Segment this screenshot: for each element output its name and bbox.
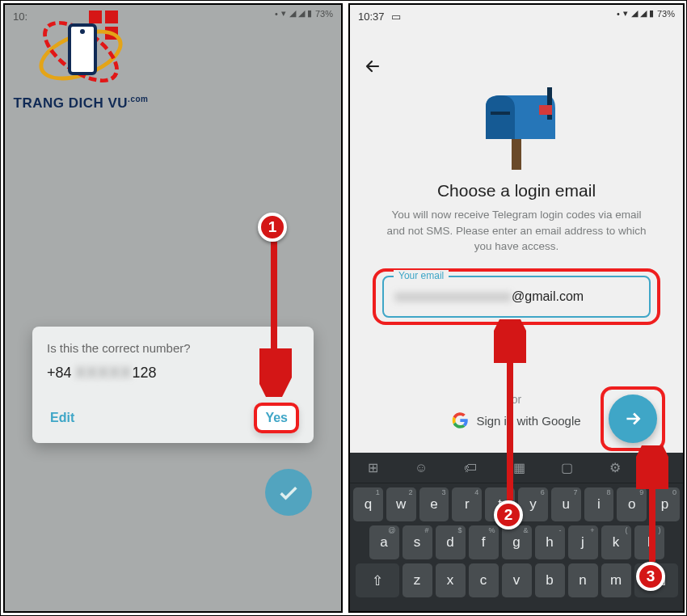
sticker-icon[interactable]: 🏷 (464, 461, 477, 475)
key[interactable]: &g (502, 525, 532, 559)
annotation-arrow-3 (636, 445, 668, 565)
check-icon (277, 481, 300, 504)
next-button-highlight (601, 386, 665, 451)
key[interactable]: (k (601, 525, 631, 559)
key[interactable]: 3e (419, 487, 449, 521)
key[interactable]: c (469, 563, 499, 597)
back-button[interactable] (363, 57, 382, 81)
key[interactable]: 7u (551, 487, 581, 521)
arrow-right-icon (622, 408, 643, 429)
svg-rect-3 (539, 105, 552, 115)
status-icons: • ▾ ◢ ◢ ▮ 73% (617, 8, 675, 19)
key[interactable]: 2w (386, 487, 416, 521)
email-input-highlight: Your email xxxxxxxxxxxxxxxx@gmail.com (373, 268, 660, 325)
status-time: 10:37 (358, 11, 385, 23)
key[interactable]: 8i (584, 487, 614, 521)
key[interactable]: +j (568, 525, 598, 559)
annotation-arrow-2 (494, 319, 526, 505)
shift-key[interactable]: ⇧ (356, 563, 399, 597)
annotation-badge-2: 2 (494, 500, 523, 530)
yes-button[interactable]: Yes (254, 403, 299, 433)
grid-icon[interactable]: ⊞ (368, 460, 378, 475)
annotation-badge-1: 1 (258, 213, 287, 242)
mailbox-illustration (468, 81, 565, 181)
email-field[interactable]: Your email xxxxxxxxxxxxxxxx@gmail.com (382, 276, 651, 318)
watermark-logo: TRANG DICH VU.com (12, 6, 150, 112)
smile-icon[interactable]: ☺ (415, 461, 428, 475)
key[interactable]: @a (369, 525, 399, 559)
clipboard-icon[interactable]: ▢ (561, 460, 573, 475)
page-subtitle: You will now receive Telegram login code… (384, 207, 649, 255)
google-icon (452, 412, 468, 428)
page-title: Choose a login email (350, 181, 683, 200)
svg-rect-1 (491, 112, 510, 115)
annotation-arrow-1 (259, 242, 292, 397)
annotation-badge-3: 3 (636, 562, 665, 591)
status-bar: 10:37 ▭ • ▾ ◢ ◢ ▮ 73% (350, 5, 683, 27)
confirm-fab[interactable] (265, 469, 312, 516)
status-icons: • ▾ ◢ ◢ ▮ 73% (275, 8, 333, 19)
keyboard-row-3: ⇧ z x c v b n m ⌫ (350, 559, 683, 597)
key[interactable]: z (403, 563, 432, 597)
key[interactable]: #s (403, 525, 432, 559)
input-label: Your email (394, 270, 449, 281)
edit-button[interactable]: Edit (47, 406, 78, 430)
google-signin-label: Sign in with Google (476, 414, 580, 428)
key[interactable]: b (535, 563, 565, 597)
key[interactable]: n (568, 563, 598, 597)
next-button[interactable] (609, 394, 657, 443)
logo-text: TRANG DICH VU.com (12, 95, 150, 112)
arrow-left-icon (363, 57, 382, 76)
key[interactable]: m (601, 563, 631, 597)
key[interactable]: 1q (353, 487, 383, 521)
key[interactable]: v (502, 563, 532, 597)
key[interactable]: x (436, 563, 466, 597)
key[interactable]: $d (436, 525, 466, 559)
logo-graphic (32, 6, 129, 95)
key[interactable]: %f (469, 525, 499, 559)
keyboard-row-2: @a#s$d%f&g-h+j(k)l (350, 521, 683, 559)
settings-icon[interactable]: ⚙ (609, 460, 621, 475)
key[interactable]: -h (535, 525, 565, 559)
mailbox-icon (468, 81, 565, 178)
svg-rect-0 (512, 139, 521, 170)
key[interactable]: 4r (452, 487, 482, 521)
